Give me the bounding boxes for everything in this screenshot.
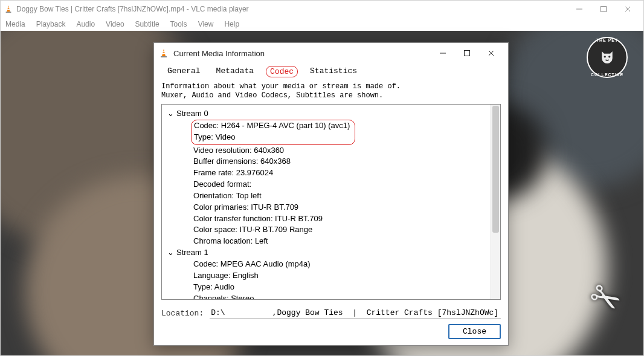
- main-title: Doggy Bow Ties | Critter Crafts [7hslJNZ…: [16, 5, 249, 13]
- stream0-codec: Codec: H264 - MPEG-4 AVC (part 10) (avc1…: [194, 120, 350, 132]
- tab-general[interactable]: General: [164, 66, 204, 77]
- dialog-minimize-button[interactable]: [431, 44, 455, 62]
- stream0-type: Type: Video: [194, 132, 350, 143]
- main-maximize-button[interactable]: [591, 1, 616, 18]
- svg-rect-12: [163, 51, 165, 52]
- chevron-down-icon: ⌄: [167, 108, 174, 120]
- dialog-title: Current Media Information: [173, 49, 265, 58]
- stream1-channels: Channels: Stereo: [167, 293, 500, 300]
- vlc-cone-icon: [4, 5, 13, 13]
- chevron-down-icon: ⌄: [167, 247, 174, 259]
- tree-scroll-thumb[interactable]: [492, 106, 499, 233]
- svg-point-9: [608, 56, 610, 57]
- stream0-highlight: Codec: H264 - MPEG-4 AVC (part 10) (avc1…: [191, 120, 355, 145]
- menu-view[interactable]: View: [198, 20, 214, 28]
- tab-metadata[interactable]: Metadata: [213, 66, 257, 77]
- codec-tree[interactable]: ⌄ Stream 0 Codec: H264 - MPEG-4 AVC (par…: [161, 104, 501, 300]
- stream0-header[interactable]: ⌄ Stream 0: [167, 108, 500, 120]
- location-label: Location:: [161, 309, 204, 318]
- svg-point-8: [604, 56, 606, 57]
- svg-rect-15: [465, 51, 470, 56]
- codec-description: Information about what your media or str…: [161, 82, 501, 100]
- menu-audio[interactable]: Audio: [76, 20, 95, 28]
- media-info-dialog: Current Media Information General Metada…: [153, 42, 509, 346]
- svg-rect-2: [7, 7, 10, 8]
- stream1-type: Type: Audio: [167, 282, 500, 293]
- svg-rect-3: [7, 9, 10, 10]
- pet-collective-logo: THE PET COLLECTIVE: [587, 37, 628, 78]
- svg-marker-0: [7, 5, 10, 12]
- tab-statistics[interactable]: Statistics: [306, 66, 361, 77]
- menu-subtitle[interactable]: Subtitle: [135, 20, 159, 28]
- stream0-chroma: Chroma location: Left: [167, 236, 500, 247]
- desc-line2: Muxer, Audio and Video Codecs, Subtitles…: [161, 91, 383, 100]
- main-minimize-button[interactable]: [567, 1, 591, 18]
- menu-media[interactable]: Media: [5, 20, 25, 28]
- main-close-button[interactable]: [616, 1, 640, 18]
- stream0-buffer: Buffer dimensions: 640x368: [167, 156, 500, 167]
- main-titlebar: Doggy Bow Ties | Critter Crafts [7hslJNZ…: [1, 1, 643, 18]
- location-input[interactable]: [210, 307, 501, 319]
- stream1-header[interactable]: ⌄ Stream 1: [167, 247, 500, 259]
- stream0-resolution: Video resolution: 640x360: [167, 145, 500, 157]
- stream0-label: Stream 0: [176, 108, 208, 120]
- close-button[interactable]: Close: [448, 324, 501, 339]
- dialog-close-button[interactable]: [479, 44, 503, 62]
- stream0-color-transfer: Color transfer function: ITU-R BT.709: [167, 213, 500, 225]
- dialog-maximize-button[interactable]: [455, 44, 479, 62]
- logo-top-text: THE PET: [596, 38, 619, 42]
- svg-rect-5: [601, 7, 607, 12]
- cat-face-icon: [598, 48, 616, 66]
- menu-video[interactable]: Video: [106, 20, 124, 28]
- menu-help[interactable]: Help: [224, 20, 239, 28]
- dialog-tabs: General Metadata Codec Statistics: [161, 63, 501, 81]
- menu-tools[interactable]: Tools: [170, 20, 187, 28]
- stream0-color-space: Color space: ITU-R BT.709 Range: [167, 224, 500, 236]
- tree-scrollbar[interactable]: [491, 105, 500, 299]
- svg-rect-13: [162, 53, 165, 54]
- stream0-framerate: Frame rate: 23.976024: [167, 167, 500, 179]
- stream0-color-primaries: Color primaries: ITU-R BT.709: [167, 202, 500, 213]
- svg-marker-10: [162, 49, 166, 56]
- stream1-label: Stream 1: [176, 247, 208, 259]
- main-menubar: Media Playback Audio Video Subtitle Tool…: [1, 18, 643, 31]
- stream0-decoded: Decoded format:: [167, 179, 500, 190]
- logo-bottom-text: COLLECTIVE: [591, 73, 623, 77]
- location-row: Location:: [161, 307, 501, 319]
- menu-playback[interactable]: Playback: [36, 20, 66, 28]
- vlc-cone-icon: [159, 48, 169, 58]
- stream1-codec: Codec: MPEG AAC Audio (mp4a): [167, 259, 500, 270]
- desc-line1: Information about what your media or str…: [161, 82, 401, 91]
- dialog-titlebar: Current Media Information: [154, 43, 508, 63]
- svg-rect-1: [6, 11, 11, 13]
- tab-codec[interactable]: Codec: [266, 66, 298, 77]
- stream1-language: Language: English: [167, 270, 500, 282]
- svg-rect-11: [161, 56, 167, 57]
- stream0-orientation: Orientation: Top left: [167, 190, 500, 202]
